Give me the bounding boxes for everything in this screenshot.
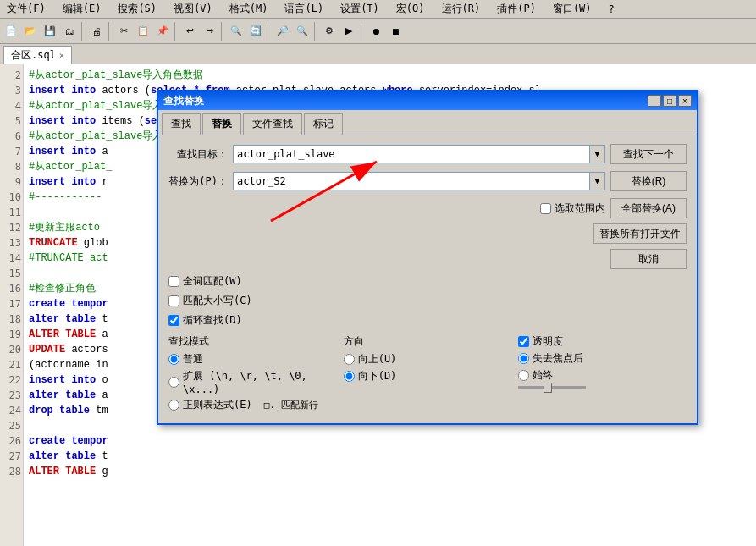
dialog-tab-find[interactable]: 查找	[162, 113, 201, 135]
menu-window[interactable]: 窗口(W)	[549, 1, 595, 17]
transparency-group: 透明度 失去焦点后 始终	[518, 334, 687, 415]
menu-macro[interactable]: 宏(O)	[393, 1, 428, 17]
tab-close-btn[interactable]: ×	[59, 51, 64, 60]
select-range-checkbox[interactable]	[540, 203, 551, 214]
toolbar-save[interactable]: 💾	[41, 22, 59, 41]
trans-after-focus-radio[interactable]	[518, 353, 529, 364]
find-input[interactable]	[234, 146, 589, 163]
toolbar-copy[interactable]: 📋	[134, 22, 152, 41]
mode-extended-radio[interactable]	[168, 377, 179, 388]
checkboxes-row2: 匹配大小写(C)	[168, 294, 687, 308]
transparency-checkbox[interactable]	[518, 336, 529, 347]
sep1	[81, 22, 85, 41]
toolbar-stop[interactable]: ⏹	[386, 22, 405, 41]
dialog-tab-file-find[interactable]: 文件查找	[243, 113, 302, 135]
dialog-titlebar: 查找替换 — □ ×	[158, 91, 697, 110]
toolbar-redo[interactable]: ↪	[200, 22, 218, 41]
toolbar-run[interactable]: ▶	[339, 22, 358, 41]
sep3	[174, 22, 178, 41]
sep7	[361, 22, 364, 41]
replace-dropdown-btn[interactable]: ▼	[589, 173, 604, 190]
match-case-checkbox[interactable]	[168, 295, 179, 306]
dialog-title: 查找替换	[163, 94, 204, 108]
transparency-slider-wrap	[518, 386, 687, 389]
dialog-overlay: 查找替换 — □ × 查找 替换 文件查找 标记 查找目标：	[0, 64, 756, 546]
toolbar-macro[interactable]: ⚙	[320, 22, 339, 41]
loop-search-check: 循环查找(D)	[168, 313, 242, 328]
direction-title: 方向	[344, 334, 512, 349]
transparency-slider-thumb[interactable]	[544, 383, 552, 393]
menu-run[interactable]: 运行(R)	[439, 1, 484, 17]
menu-file[interactable]: 文件(F)	[3, 1, 49, 17]
replace-btn[interactable]: 替换(R)	[610, 171, 687, 191]
toolbar-save-all[interactable]: 🗂	[60, 22, 79, 41]
toolbar: 📄 📂 💾 🗂 🖨 ✂ 📋 📌 ↩ ↪ 🔍 🔄 🔎 🔍 ⚙ ▶ ⏺ ⏹	[0, 19, 756, 44]
dialog-maximize-btn[interactable]: □	[663, 95, 676, 107]
mode-extended-label: 扩展 (\n, \r, \t, \0, \x...)	[183, 369, 337, 395]
find-dropdown-btn[interactable]: ▼	[589, 146, 604, 163]
transparency-slider-track	[518, 386, 586, 389]
toolbar-zoom-in[interactable]: 🔎	[273, 22, 292, 41]
match-newline-label: □. 匹配新行	[264, 399, 318, 411]
menu-help[interactable]: ?	[605, 3, 618, 16]
menubar: 文件(F) 编辑(E) 搜索(S) 视图(V) 格式(M) 语言(L) 设置(T…	[0, 0, 756, 19]
menu-format[interactable]: 格式(M)	[226, 1, 272, 17]
dir-down-label: 向下(D)	[358, 369, 397, 383]
toolbar-zoom-out[interactable]: 🔍	[293, 22, 312, 41]
whole-word-label: 全词匹配(W)	[183, 274, 242, 289]
toolbar-find[interactable]: 🔍	[227, 22, 246, 41]
dir-down-radio[interactable]	[344, 371, 355, 382]
menu-plugins[interactable]: 插件(P)	[494, 1, 539, 17]
match-case-check: 匹配大小写(C)	[168, 294, 252, 308]
replace-input-combo: ▼	[233, 172, 605, 190]
cancel-btn[interactable]: 取消	[610, 249, 687, 269]
toolbar-replace[interactable]: 🔄	[246, 22, 265, 41]
replace-all-btn[interactable]: 全部替换(A)	[610, 198, 687, 218]
find-input-combo: ▼	[233, 145, 605, 163]
tab-file[interactable]: 合区.sql ×	[3, 46, 72, 64]
trans-always-radio[interactable]	[518, 370, 529, 381]
toolbar-paste[interactable]: 📌	[153, 22, 172, 41]
transparency-check-item: 透明度	[518, 334, 687, 349]
mode-normal-radio[interactable]	[168, 354, 179, 365]
whole-word-checkbox[interactable]	[168, 276, 179, 287]
toolbar-record[interactable]: ⏺	[367, 22, 385, 41]
trans-after-focus-item: 失去焦点后	[518, 351, 687, 366]
menu-view[interactable]: 视图(V)	[170, 1, 216, 17]
cancel-row: 取消	[168, 249, 687, 269]
mode-normal-label: 普通	[183, 352, 203, 367]
trans-always-item: 始终	[518, 368, 687, 383]
toolbar-cut[interactable]: ✂	[114, 22, 133, 41]
dialog-tabs: 查找 替换 文件查找 标记	[158, 110, 697, 135]
toolbar-undo[interactable]: ↩	[180, 22, 199, 41]
mode-regex-radio[interactable]	[168, 400, 179, 411]
menu-lang[interactable]: 语言(L)	[281, 1, 327, 17]
checkboxes-row: 全词匹配(W)	[168, 274, 687, 289]
mode-regex-item: 正则表达式(E) □. 匹配新行	[168, 398, 337, 412]
mode-extended-item: 扩展 (\n, \r, \t, \0, \x...)	[168, 369, 337, 395]
replace-all-open-btn[interactable]: 替换所有打开文件	[593, 223, 687, 244]
replace-input[interactable]	[234, 173, 589, 190]
menu-edit[interactable]: 编辑(E)	[59, 1, 105, 17]
find-replace-dialog: 查找替换 — □ × 查找 替换 文件查找 标记 查找目标：	[157, 90, 698, 425]
toolbar-open[interactable]: 📂	[21, 22, 40, 41]
loop-search-checkbox[interactable]	[168, 315, 179, 326]
find-row: 查找目标： ▼ 查找下一个	[168, 144, 687, 164]
dialog-tab-replace[interactable]: 替换	[202, 113, 241, 135]
tabbar: 合区.sql ×	[0, 44, 756, 64]
dialog-tab-mark[interactable]: 标记	[304, 113, 343, 135]
menu-settings[interactable]: 设置(T)	[337, 1, 383, 17]
dialog-controls: — □ ×	[648, 95, 692, 107]
match-case-label: 匹配大小写(C)	[183, 294, 252, 308]
toolbar-new[interactable]: 📄	[2, 22, 20, 41]
sep4	[221, 22, 224, 41]
dialog-minimize-btn[interactable]: —	[648, 95, 661, 107]
dir-up-radio[interactable]	[344, 354, 355, 365]
menu-search[interactable]: 搜索(S)	[114, 1, 160, 17]
dir-up-item: 向上(U)	[344, 352, 512, 367]
find-next-btn[interactable]: 查找下一个	[610, 144, 687, 164]
sep2	[108, 22, 112, 41]
loop-search-label: 循环查找(D)	[183, 313, 242, 328]
dialog-close-btn[interactable]: ×	[678, 95, 692, 107]
toolbar-print[interactable]: 🖨	[87, 22, 106, 41]
